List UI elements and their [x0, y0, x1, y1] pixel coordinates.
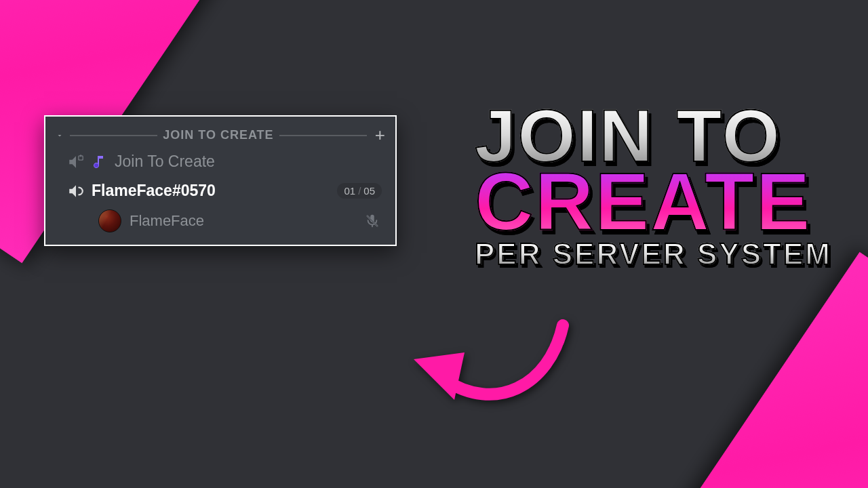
- title-subtitle: PER SERVER SYSTEM: [475, 241, 841, 268]
- category-header[interactable]: JOIN TO CREATE +: [55, 125, 386, 146]
- svg-rect-4: [372, 225, 373, 228]
- member-name: FlameFace: [130, 212, 204, 230]
- channel-label: Join To Create: [115, 152, 215, 171]
- thumbnail-title: JOIN TO CREATE PER SERVER SYSTEM: [475, 102, 841, 268]
- speaker-icon: [67, 182, 85, 200]
- decorative-stripe-bottom-right: [663, 252, 868, 488]
- svg-point-3: [94, 163, 98, 167]
- svg-rect-2: [80, 155, 81, 157]
- user-count-badge: 01 / 05: [337, 183, 382, 199]
- count-separator: /: [358, 185, 361, 197]
- mic-muted-icon[interactable]: [364, 213, 380, 229]
- voice-member-row[interactable]: FlameFace: [55, 204, 386, 235]
- voice-channel-join-to-create[interactable]: Join To Create: [55, 146, 386, 175]
- chevron-down-icon: [55, 131, 64, 140]
- music-note-icon: [92, 154, 108, 170]
- avatar: [98, 209, 121, 232]
- count-current: 01: [344, 185, 355, 197]
- count-max: 05: [363, 185, 375, 197]
- title-line-2: CREATE: [475, 165, 841, 238]
- speaker-locked-icon: [67, 153, 85, 171]
- channel-label: FlameFace#0570: [92, 182, 216, 200]
- voice-channel-user[interactable]: FlameFace#0570 01 / 05: [55, 175, 386, 204]
- category-divider-left: [70, 135, 157, 136]
- discord-channel-panel: JOIN TO CREATE + Join To Create: [44, 115, 397, 246]
- arrow-icon: [407, 305, 583, 427]
- category-label: JOIN TO CREATE: [163, 128, 273, 142]
- category-divider-right: [279, 135, 367, 136]
- add-channel-button[interactable]: +: [372, 125, 386, 146]
